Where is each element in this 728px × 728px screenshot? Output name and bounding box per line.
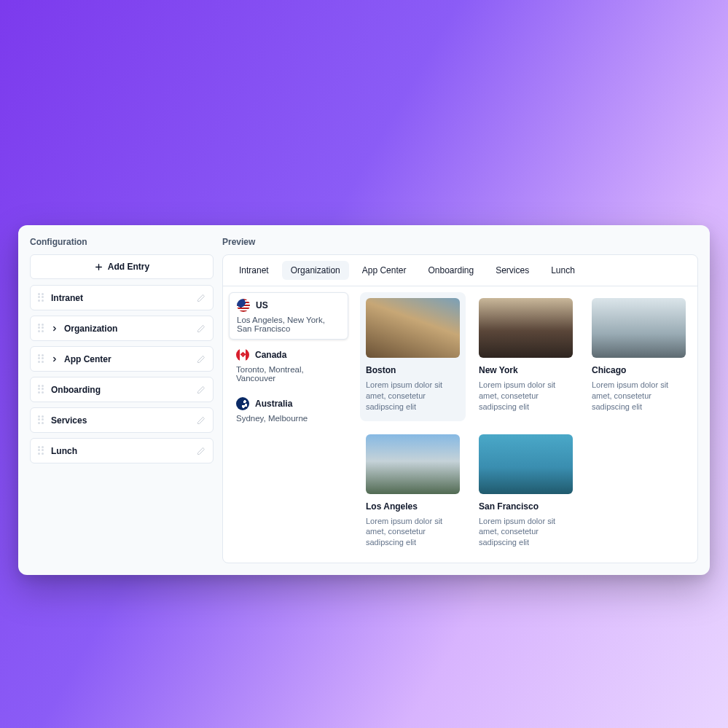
preview-body: US Los Angeles, New York, San Francisco … [223, 286, 697, 563]
city-thumbnail [479, 434, 573, 494]
config-item-label: App Center [64, 354, 191, 364]
city-card-los-angeles[interactable]: Los Angeles Lorem ipsum dolor sit amet, … [360, 428, 466, 557]
add-entry-label: Add Entry [108, 262, 149, 272]
config-item-app-center[interactable]: App Center [30, 346, 214, 372]
config-item-organization[interactable]: Organization [30, 316, 214, 341]
configuration-column: Configuration Add Entry Intranet Organiz… [30, 237, 214, 563]
city-card-chicago[interactable]: Chicago Lorem ipsum dolor sit amet, cons… [586, 292, 692, 421]
country-subtitle: Los Angeles, New York, San Francisco [237, 316, 340, 333]
add-entry-button[interactable]: Add Entry [30, 254, 214, 279]
tab-services[interactable]: Services [487, 261, 538, 280]
configuration-header: Configuration [30, 237, 214, 247]
city-title: Boston [366, 365, 460, 375]
drag-handle-icon[interactable] [38, 293, 45, 303]
country-item-canada[interactable]: Canada Toronto, Montreal, Vancouver [229, 343, 348, 388]
country-list: US Los Angeles, New York, San Francisco … [223, 286, 354, 563]
country-name: Canada [255, 350, 286, 360]
country-name: US [256, 300, 268, 310]
city-description: Lorem ipsum dolor sit amet, consetetur s… [366, 516, 460, 549]
city-thumbnail [366, 298, 460, 358]
city-description: Lorem ipsum dolor sit amet, consetetur s… [479, 380, 573, 412]
chevron-right-icon [51, 325, 58, 332]
preview-column: Preview Intranet Organization App Center… [222, 237, 698, 563]
city-description: Lorem ipsum dolor sit amet, consetetur s… [479, 516, 573, 549]
main-panel: Configuration Add Entry Intranet Organiz… [18, 225, 710, 575]
chevron-right-icon [51, 356, 58, 363]
tab-strip: Intranet Organization App Center Onboard… [223, 255, 697, 286]
config-item-label: Services [51, 415, 191, 426]
tab-intranet[interactable]: Intranet [230, 261, 278, 280]
drag-handle-icon[interactable] [38, 324, 45, 334]
edit-icon[interactable] [197, 447, 206, 455]
city-cards-grid: Boston Lorem ipsum dolor sit amet, conse… [354, 286, 697, 563]
config-item-lunch[interactable]: Lunch [30, 438, 214, 463]
city-thumbnail [366, 434, 460, 494]
plus-icon [94, 262, 103, 272]
country-item-us[interactable]: US Los Angeles, New York, San Francisco [229, 292, 348, 340]
drag-handle-icon[interactable] [38, 385, 45, 395]
country-item-australia[interactable]: Australia Sydney, Melbourne [229, 391, 348, 428]
tab-app-center[interactable]: App Center [353, 261, 415, 280]
country-subtitle: Sydney, Melbourne [236, 414, 341, 423]
drag-handle-icon[interactable] [38, 446, 45, 456]
config-item-label: Intranet [51, 293, 191, 303]
city-title: Chicago [592, 365, 686, 375]
edit-icon[interactable] [197, 294, 206, 302]
config-item-intranet[interactable]: Intranet [30, 285, 214, 310]
config-item-label: Organization [64, 324, 191, 334]
tab-onboarding[interactable]: Onboarding [419, 261, 482, 280]
edit-icon[interactable] [197, 324, 206, 333]
city-title: New York [479, 365, 573, 375]
city-card-san-francisco[interactable]: San Francisco Lorem ipsum dolor sit amet… [473, 428, 579, 557]
edit-icon[interactable] [197, 385, 206, 394]
config-item-label: Lunch [51, 446, 191, 456]
config-item-onboarding[interactable]: Onboarding [30, 377, 214, 402]
city-card-boston[interactable]: Boston Lorem ipsum dolor sit amet, conse… [360, 292, 466, 421]
drag-handle-icon[interactable] [38, 354, 45, 364]
city-card-new-york[interactable]: New York Lorem ipsum dolor sit amet, con… [473, 292, 579, 421]
country-name: Australia [255, 399, 292, 409]
tab-lunch[interactable]: Lunch [542, 261, 584, 280]
city-thumbnail [479, 298, 573, 358]
config-item-label: Onboarding [51, 385, 191, 395]
city-description: Lorem ipsum dolor sit amet, consetetur s… [366, 380, 460, 412]
drag-handle-icon[interactable] [38, 415, 45, 426]
country-subtitle: Toronto, Montreal, Vancouver [236, 365, 341, 383]
city-title: San Francisco [479, 501, 573, 512]
edit-icon[interactable] [197, 416, 206, 425]
preview-card: Intranet Organization App Center Onboard… [222, 254, 698, 563]
city-description: Lorem ipsum dolor sit amet, consetetur s… [592, 380, 686, 412]
city-title: Los Angeles [366, 501, 460, 512]
flag-us-icon [237, 299, 250, 312]
config-item-services[interactable]: Services [30, 407, 214, 433]
edit-icon[interactable] [197, 355, 206, 364]
flag-au-icon [236, 397, 249, 410]
preview-header: Preview [222, 237, 698, 247]
city-thumbnail [592, 298, 686, 358]
tab-organization[interactable]: Organization [282, 261, 349, 280]
flag-ca-icon [236, 348, 249, 361]
